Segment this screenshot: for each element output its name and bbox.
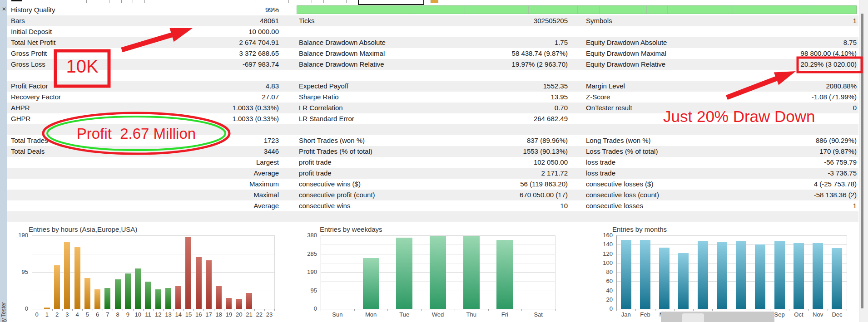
scrollbar-thumb[interactable] (861, 14, 863, 308)
stat-value: 20.29% (3 020.00) (702, 59, 857, 70)
toolbar-tick (86, 0, 87, 3)
stat-value: 264 682.49 (413, 113, 568, 124)
gridline (616, 254, 847, 254)
bar-May (698, 241, 708, 309)
stat-value: 48061 (124, 15, 279, 26)
stat-label: Total Trades (11, 135, 48, 146)
y-tick-label: 120 (589, 251, 613, 257)
bar-2 (54, 265, 60, 309)
quality-bar-segment-divider (807, 6, 807, 14)
x-axis-tick (244, 309, 244, 311)
x-tick-label: 11 (143, 311, 153, 318)
stat-label: Profit Factor (11, 81, 48, 92)
x-axis-tick (655, 309, 655, 311)
x-tick-label: 4 (72, 311, 82, 318)
x-tick-label: 1 (42, 311, 52, 318)
vertical-scrollbar[interactable] (859, 0, 868, 322)
x-axis-tick (274, 309, 275, 311)
stat-value: 13.95 (413, 92, 568, 102)
x-axis-tick (555, 309, 556, 311)
quality-bar-segment-divider (364, 6, 364, 14)
quality-bar-segment-divider (577, 6, 578, 14)
stat-value: -56 759.79 (702, 157, 857, 168)
table-row: AHPR1.0033 (0.33%)LR Correlation0.70OnTe… (0, 102, 868, 113)
stat-label: History Quality (11, 5, 55, 15)
x-axis-tick (103, 309, 103, 311)
stat-label: consecutive losses ($) (586, 179, 653, 190)
y-tick-label: 95 (5, 269, 28, 275)
stat-label: Long Trades (won %) (586, 135, 651, 146)
stat-label: consecutive wins (299, 200, 350, 211)
table-row: Total Deals3446Profit Trades (% of total… (0, 146, 868, 157)
stat-label: consecutive loss (count) (586, 190, 659, 200)
x-axis-tick (214, 309, 214, 311)
stat-value: 1723 (124, 135, 279, 146)
stat-label: Sharpe Ratio (299, 92, 339, 102)
table-row: Total Trades1723Short Trades (won %)837 … (0, 135, 868, 146)
stat-value: 1.0033 (0.33%) (124, 113, 279, 124)
x-tick-label: Thu (455, 311, 488, 318)
x-tick-label: 13 (163, 311, 173, 318)
x-axis-tick (770, 309, 770, 311)
x-axis-tick (674, 309, 675, 311)
table-row (0, 70, 868, 81)
stat-value: 2 674 704.91 (124, 37, 279, 48)
x-axis-tick (264, 309, 265, 311)
gridline (616, 272, 847, 273)
stat-label: Loss Trades (% of total) (586, 146, 658, 157)
bar-Mar (659, 248, 670, 309)
x-tick-label: 19 (224, 311, 234, 318)
stat-label: profit trade (299, 157, 332, 168)
y-tick-label: 0 (5, 306, 28, 312)
x-tick-label: 20 (234, 311, 244, 318)
x-tick-label: 3 (62, 311, 72, 318)
toolbar-tick (335, 0, 335, 3)
table-row: Maximalconsecutive profit (count)670 050… (0, 190, 868, 200)
y-tick-label: 190 (293, 269, 317, 275)
bar-19 (226, 298, 232, 309)
stat-value: Largest (124, 157, 279, 168)
stat-value: Average (124, 200, 279, 211)
overlay-fragment-inner (682, 313, 704, 322)
stat-value: 102 050.00 (413, 157, 568, 168)
x-tick-label: Nov (808, 311, 828, 318)
stat-value: 4.83 (124, 81, 279, 92)
y-tick-label: 190 (5, 232, 28, 239)
x-tick-label: Feb (635, 311, 655, 318)
x-tick-label: 16 (193, 311, 203, 318)
x-axis-tick (521, 309, 522, 311)
quality-bar-segment-divider (646, 6, 647, 14)
stat-value: 99% (124, 5, 279, 15)
bar-Feb (640, 240, 650, 309)
bar-7 (104, 288, 110, 309)
stat-label: Recovery Factor (11, 92, 61, 102)
y-tick-label: 40 (589, 288, 613, 294)
gridline (616, 235, 847, 236)
table-row (0, 124, 868, 135)
bar-Sep (774, 241, 785, 309)
stat-value: Maximum (124, 179, 279, 190)
bar-20 (236, 299, 242, 309)
x-axis-tick (163, 309, 164, 311)
quality-bar-segment-divider (733, 6, 733, 14)
stat-label: Expected Payoff (299, 81, 348, 92)
x-tick-label: 12 (153, 311, 163, 318)
stat-label: Bars (11, 15, 25, 26)
bar-14 (175, 286, 181, 309)
x-axis-tick (254, 309, 255, 311)
stat-label: consecutive wins ($) (299, 179, 361, 190)
stat-value: 27.07 (124, 92, 279, 102)
stat-value: 10 000.00 (124, 26, 279, 37)
bar-Dec (832, 248, 842, 309)
x-tick-label: Tue (387, 311, 421, 318)
toolbar-tick (256, 0, 256, 3)
gridline (616, 300, 847, 300)
x-tick-label: 21 (244, 311, 254, 318)
stat-label: consecutive losses (586, 200, 643, 211)
stat-value: -1.08 (71.99%) (702, 92, 857, 102)
x-tick-label: Fri (488, 311, 522, 318)
y-tick-label: 80 (589, 269, 613, 275)
bar-8 (115, 279, 121, 309)
x-axis-tick (693, 309, 694, 311)
stat-value: 3 372 688.65 (124, 48, 279, 59)
